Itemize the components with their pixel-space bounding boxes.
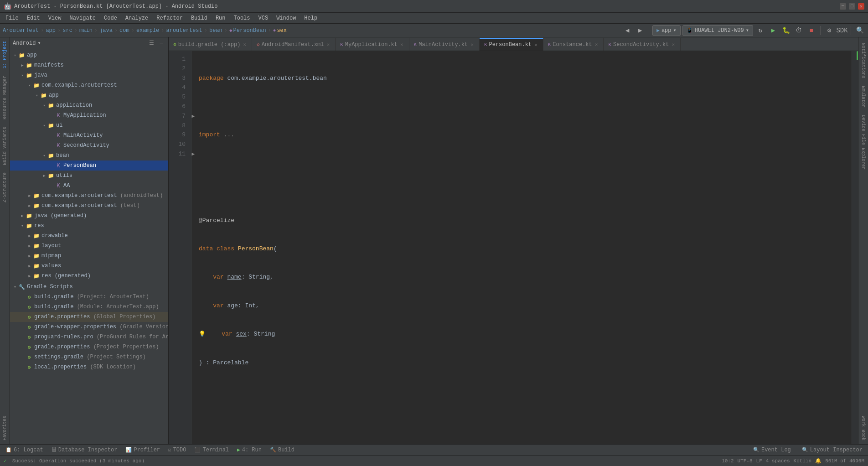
code-content[interactable]: package com.example.aroutertest.bean imp… xyxy=(191,51,852,444)
menu-view[interactable]: View xyxy=(45,14,65,22)
right-tab-notifications[interactable]: Notifications xyxy=(859,39,867,82)
tab-personbean[interactable]: K PersonBean.kt ✕ xyxy=(480,38,543,51)
tab-constance[interactable]: K Constance.kt ✕ xyxy=(543,38,604,51)
tree-item-build-gradle-project[interactable]: ▶ ⚙ build.gradle (Project: ArouterTest) xyxy=(10,292,168,302)
forward-navigation-button[interactable]: ▶ xyxy=(635,25,646,36)
device-dropdown[interactable]: 📱 HUAWEI JDN2-W09 ▾ xyxy=(682,25,753,36)
tree-item-layout[interactable]: ▶ 📁 layout xyxy=(10,241,168,251)
tree-item-java-generated[interactable]: ▶ 📁 java (generated) xyxy=(10,211,168,221)
stop-button[interactable]: ■ xyxy=(806,25,817,36)
tab-close-build-gradle[interactable]: ✕ xyxy=(242,41,247,47)
right-tab-device-file-explorer[interactable]: Device File Explorer xyxy=(859,111,867,173)
tree-item-app[interactable]: ▾ 📁 app xyxy=(10,50,168,60)
tree-item-bean[interactable]: ▾ 📁 bean xyxy=(10,150,168,161)
tab-build-gradle[interactable]: ⚙ build.gradle (:app) ✕ xyxy=(169,38,252,51)
tree-item-test[interactable]: ▶ 📁 com.example.aroutertest (test) xyxy=(10,201,168,211)
breadcrumb-sex[interactable]: sex xyxy=(277,27,287,34)
sync-button[interactable]: ↻ xyxy=(755,25,766,36)
menu-build[interactable]: Build xyxy=(187,14,211,22)
tab-myapplication[interactable]: K MyApplication.kt ✕ xyxy=(336,38,409,51)
sdk-button[interactable]: SDK xyxy=(837,25,847,36)
right-tab-workbook[interactable]: Work Book xyxy=(859,412,867,444)
tree-item-gradle-wrapper[interactable]: ▶ ⚙ gradle-wrapper.properties (Gradle Ve… xyxy=(10,322,168,332)
tab-close-myapplication[interactable]: ✕ xyxy=(399,41,404,47)
menu-run[interactable]: Run xyxy=(212,14,229,22)
tree-item-com-example[interactable]: ▾ 📁 com.example.aroutertest xyxy=(10,80,168,90)
tab-close-secondactivity[interactable]: ✕ xyxy=(671,41,676,47)
tree-item-application[interactable]: ▾ 📁 application xyxy=(10,100,168,110)
menu-vcs[interactable]: VCS xyxy=(255,14,272,22)
tree-item-gradle-properties-global[interactable]: ▶ ⚙ gradle.properties (Global Properties… xyxy=(10,312,168,322)
run-button[interactable]: ▶ xyxy=(768,25,779,36)
tree-item-androidtest[interactable]: ▶ 📁 com.example.aroutertest (androidTest… xyxy=(10,191,168,201)
menu-window[interactable]: Window xyxy=(273,14,300,22)
tree-item-res-generated[interactable]: ▶ 📁 res (generated) xyxy=(10,271,168,281)
bottom-tab-terminal[interactable]: ⬛ Terminal xyxy=(191,445,232,455)
tab-close-androidmanifest[interactable]: ✕ xyxy=(326,41,331,47)
search-button[interactable]: 🔍 xyxy=(854,25,865,36)
menu-refactor[interactable]: Refactor xyxy=(153,14,186,22)
code-editor[interactable]: 1 2 3 4 5 6 7 ▶ 8 9 10 11 ▶ pa xyxy=(169,51,858,444)
debug-button[interactable]: 🐛 xyxy=(780,25,791,36)
tab-close-personbean[interactable]: ✕ xyxy=(533,42,538,48)
tab-resource-manager[interactable]: Resource Manager xyxy=(1,72,9,123)
tab-mainactivity[interactable]: K MainActivity.kt ✕ xyxy=(409,38,480,51)
menu-navigate[interactable]: Navigate xyxy=(66,14,99,22)
tree-item-personbean[interactable]: ▶ K PersonBean xyxy=(10,161,168,171)
bottom-tab-profiler[interactable]: 📊 Profiler xyxy=(122,445,164,455)
tree-item-mipmap[interactable]: ▶ 📁 mipmap xyxy=(10,251,168,261)
tree-item-res[interactable]: ▾ 📁 res xyxy=(10,221,168,231)
tree-item-drawable[interactable]: ▶ 📁 drawable xyxy=(10,231,168,241)
tab-z-structure[interactable]: Z-Structure xyxy=(1,169,9,206)
breadcrumb-bean[interactable]: bean xyxy=(209,27,222,34)
tree-item-manifests[interactable]: ▶ 📁 manifests xyxy=(10,60,168,70)
panel-settings-button[interactable]: ☰ xyxy=(147,39,155,47)
breadcrumb-src[interactable]: src xyxy=(62,27,72,34)
bottom-tab-database-inspector[interactable]: 🗄 Database Inspector xyxy=(48,445,121,455)
tab-close-constance[interactable]: ✕ xyxy=(594,41,599,47)
breadcrumb-example[interactable]: example xyxy=(136,27,159,34)
bottom-tab-layout-inspector[interactable]: 🔍 Layout Inspector xyxy=(798,445,866,455)
tree-item-utils[interactable]: ▶ 📁 utils xyxy=(10,171,168,181)
bottom-tab-run[interactable]: ▶ 4: Run xyxy=(233,445,265,455)
tab-androidmanifest[interactable]: ◇ AndroidManifest.xml ✕ xyxy=(252,38,336,51)
settings-button[interactable]: ⚙ xyxy=(824,25,835,36)
menu-analyze[interactable]: Analyze xyxy=(122,14,152,22)
tree-item-gradle-scripts[interactable]: ▾ 🔧 Gradle Scripts xyxy=(10,282,168,292)
menu-edit[interactable]: Edit xyxy=(23,14,44,22)
breadcrumb-app[interactable]: app xyxy=(46,27,56,34)
tab-secondactivity[interactable]: K SecondActivity.kt ✕ xyxy=(604,38,681,51)
dropdown-icon[interactable]: ▾ xyxy=(37,40,41,47)
panel-collapse-button[interactable]: — xyxy=(157,39,165,47)
tree-item-values[interactable]: ▶ 📁 values xyxy=(10,261,168,271)
breadcrumb-personbean[interactable]: PersonBean xyxy=(233,27,266,34)
menu-help[interactable]: Help xyxy=(300,14,321,22)
notification-bell[interactable]: 🔔 xyxy=(815,458,822,464)
bottom-tab-logcat[interactable]: 📋 6: Logcat xyxy=(2,445,47,455)
tab-close-mainactivity[interactable]: ✕ xyxy=(470,41,475,47)
tree-item-build-gradle-module[interactable]: ▶ ⚙ build.gradle (Module: ArouterTest.ap… xyxy=(10,302,168,312)
breadcrumb-project[interactable]: ArouterTest xyxy=(3,27,39,34)
back-navigation-button[interactable]: ◀ xyxy=(622,25,633,36)
close-button[interactable]: ✕ xyxy=(858,3,864,10)
tree-item-ui[interactable]: ▾ 📁 ui xyxy=(10,120,168,130)
tree-item-java[interactable]: ▾ 📁 java xyxy=(10,70,168,80)
breadcrumb-main[interactable]: main xyxy=(79,27,93,34)
menu-tools[interactable]: Tools xyxy=(230,14,254,22)
profile-button[interactable]: ⏱ xyxy=(793,25,804,36)
tree-item-app-sub[interactable]: ▾ 📁 app xyxy=(10,90,168,100)
tree-item-secondactivity[interactable]: ▶ K SecondActivity xyxy=(10,140,168,150)
breadcrumb-com[interactable]: com xyxy=(119,27,129,34)
menu-code[interactable]: Code xyxy=(100,14,121,22)
tree-item-aa[interactable]: ▶ K AA xyxy=(10,181,168,191)
folding-icon-11[interactable]: ▶ xyxy=(191,150,195,159)
breadcrumb-java[interactable]: java xyxy=(99,27,113,34)
tree-item-mainactivity[interactable]: ▶ K MainActivity xyxy=(10,130,168,140)
breadcrumb-aroutertest[interactable]: aroutertest xyxy=(166,27,202,34)
right-tab-emulator[interactable]: Emulator xyxy=(859,82,867,111)
tree-item-local-properties[interactable]: ▶ ⚙ local.properties (SDK Location) xyxy=(10,362,168,372)
maximize-button[interactable]: □ xyxy=(849,3,855,10)
bottom-tab-todo[interactable]: ☑ TODO xyxy=(165,445,190,455)
bottom-tab-event-log[interactable]: 🔍 Event Log xyxy=(749,445,795,455)
tab-favorites[interactable]: Favorites xyxy=(1,412,9,444)
